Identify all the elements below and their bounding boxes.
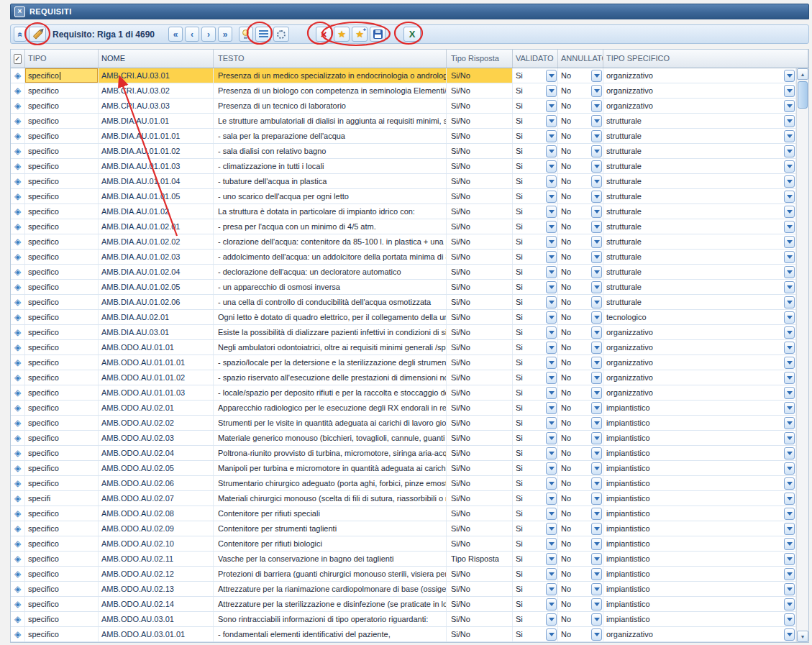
cell-tipo[interactable]: specifico <box>25 174 99 188</box>
row-select-cell[interactable]: ◈ <box>11 552 25 566</box>
cell-nome[interactable]: AMB.ODO.AU.02.12 <box>99 567 214 581</box>
cell-nome[interactable]: AMB.DIA.AU.01.02.01 <box>99 219 214 234</box>
validato-dropdown-button[interactable] <box>546 583 557 595</box>
table-row[interactable]: ◈ specifico AMB.DIA.AU.01.01.01 - sala p… <box>11 129 796 144</box>
row-arrow-icon[interactable]: ◈ <box>14 493 21 503</box>
annullato-dropdown-button[interactable] <box>591 598 602 610</box>
tipo-specifico-dropdown-button[interactable] <box>784 553 795 565</box>
tipo-specifico-dropdown-button[interactable] <box>784 447 795 459</box>
cell-testo[interactable]: - sala dialisi con relativo bagno <box>214 144 447 158</box>
validato-dropdown-button[interactable] <box>546 251 557 263</box>
validato-dropdown-button[interactable] <box>546 70 557 82</box>
row-arrow-icon[interactable]: ◈ <box>14 629 21 639</box>
validato-dropdown-button[interactable] <box>546 493 557 505</box>
table-row[interactable]: ◈ specifico AMB.DIA.AU.01.01.04 - tubatu… <box>11 174 796 189</box>
cell-nome[interactable]: AMB.ODO.AU.02.05 <box>99 461 214 475</box>
cell-tipo-specifico[interactable]: organizzativo <box>603 68 796 83</box>
cell-validato[interactable]: Si <box>513 521 558 536</box>
cell-tipo[interactable]: specifico <box>25 340 99 354</box>
cell-tipo-risposta[interactable]: Si/No <box>447 627 513 641</box>
cell-annullato[interactable]: No <box>558 536 603 551</box>
validato-dropdown-button[interactable] <box>546 402 557 414</box>
cell-tipo-risposta[interactable]: Si/No <box>447 536 513 551</box>
row-arrow-icon[interactable]: ◈ <box>14 584 21 594</box>
cell-annullato[interactable]: No <box>558 325 603 339</box>
cell-tipo-risposta[interactable]: Si/No <box>447 280 513 294</box>
validato-dropdown-button[interactable] <box>546 508 557 520</box>
row-select-cell[interactable]: ◈ <box>11 68 25 83</box>
validato-dropdown-button[interactable] <box>546 523 557 535</box>
cell-tipo[interactable]: specifico <box>25 431 99 445</box>
row-select-cell[interactable]: ◈ <box>11 355 25 370</box>
table-row[interactable]: ◈ specifico AMB.ODO.AU.02.03 Materiale g… <box>11 431 796 446</box>
cell-testo[interactable]: Contenitore per strumenti taglienti <box>214 521 447 536</box>
cell-testo[interactable]: - uno scarico dell'acqua per ogni letto <box>214 189 447 203</box>
validato-dropdown-button[interactable] <box>546 417 557 429</box>
cell-validato[interactable]: Si <box>513 310 558 324</box>
cell-validato[interactable]: Si <box>513 552 558 566</box>
cell-tipo-risposta[interactable]: Si/No <box>447 401 513 415</box>
table-row[interactable]: ◈ specifi AMB.ODO.AU.02.07 Materiali chi… <box>11 491 796 506</box>
row-select-cell[interactable]: ◈ <box>11 612 25 626</box>
cell-tipo-risposta[interactable]: Si/No <box>447 612 513 626</box>
cell-annullato[interactable]: No <box>558 234 603 249</box>
scrollbar-thumb[interactable] <box>798 81 808 109</box>
table-row[interactable]: ◈ specifico AMB.ODO.AU.02.08 Contenitore… <box>11 506 796 521</box>
table-row[interactable]: ◈ specifico AMB.ODO.AU.02.02 Strumenti p… <box>11 416 796 431</box>
annullato-dropdown-button[interactable] <box>591 191 602 203</box>
cell-tipo[interactable]: specifico <box>25 552 99 566</box>
validato-dropdown-button[interactable] <box>546 387 557 399</box>
cell-testo[interactable]: Apparecchio radiologico per le esecuzion… <box>214 401 447 415</box>
cell-validato[interactable]: Si <box>513 506 558 521</box>
row-arrow-icon[interactable]: ◈ <box>14 357 21 367</box>
cell-tipo-specifico[interactable]: strutturale <box>603 265 796 279</box>
next-page-button[interactable]: › <box>201 27 216 42</box>
row-select-cell[interactable]: ◈ <box>11 250 25 264</box>
cell-tipo[interactable]: specifico <box>25 189 99 203</box>
tipo-specifico-dropdown-button[interactable] <box>784 523 795 535</box>
save-button[interactable] <box>370 27 386 42</box>
tipo-specifico-dropdown-button[interactable] <box>784 115 795 127</box>
tipo-specifico-dropdown-button[interactable] <box>784 568 795 580</box>
cell-tipo-specifico[interactable]: impiantistico <box>603 597 796 611</box>
cell-nome[interactable]: AMB.DIA.AU.03.01 <box>99 325 214 339</box>
cell-nome[interactable]: AMB.ODO.AU.02.03 <box>99 431 214 445</box>
cell-annullato[interactable]: No <box>558 174 603 188</box>
cell-validato[interactable]: Si <box>513 536 558 551</box>
vertical-scrollbar[interactable]: ▲ ▼ <box>796 68 808 642</box>
tipo-specifico-dropdown-button[interactable] <box>784 130 795 142</box>
excel-export-button[interactable]: X <box>403 27 421 42</box>
cell-tipo-specifico[interactable]: organizzativo <box>603 83 796 98</box>
row-arrow-icon[interactable]: ◈ <box>14 554 21 564</box>
cell-tipo-specifico[interactable]: impiantistico <box>603 506 796 521</box>
table-row[interactable]: ◈ specifico AMB.ODO.AU.02.09 Contenitore… <box>11 521 796 536</box>
cell-testo[interactable]: Sono rintracciabili informazioni di tipo… <box>214 612 447 626</box>
table-row[interactable]: ◈ specifico AMB.DIA.AU.01.01.02 - sala d… <box>11 144 796 159</box>
cell-testo[interactable]: Materiali chirurgici monouso (scelta di … <box>214 491 447 506</box>
table-row[interactable]: ◈ specifico AMB.ODO.AU.02.14 Attrezzatur… <box>11 597 796 612</box>
row-select-cell[interactable]: ◈ <box>11 265 25 279</box>
cell-validato[interactable]: Si <box>513 431 558 445</box>
cell-annullato[interactable]: No <box>558 295 603 309</box>
cell-annullato[interactable]: No <box>558 431 603 445</box>
cell-testo[interactable]: Strumentario chirurgico adeguato (porta … <box>214 476 447 490</box>
validato-dropdown-button[interactable] <box>546 553 557 565</box>
tipo-specifico-dropdown-button[interactable] <box>784 387 795 399</box>
validato-dropdown-button[interactable] <box>546 236 557 248</box>
cell-nome[interactable]: AMB.DIA.AU.01.02.05 <box>99 280 214 294</box>
cell-tipo-risposta[interactable]: Si/No <box>447 461 513 475</box>
row-arrow-icon[interactable]: ◈ <box>14 101 21 111</box>
annullato-dropdown-button[interactable] <box>591 508 602 520</box>
cell-tipo[interactable]: specifico <box>25 370 99 385</box>
row-select-cell[interactable]: ◈ <box>11 506 25 521</box>
add-favorite-button[interactable]: ★+ <box>352 27 368 42</box>
cell-validato[interactable]: Si <box>513 159 558 173</box>
cell-tipo-risposta[interactable]: Si/No <box>447 129 513 143</box>
cell-nome[interactable]: AMB.ODO.AU.01.01.02 <box>99 370 214 385</box>
cell-annullato[interactable]: No <box>558 114 603 128</box>
row-select-cell[interactable]: ◈ <box>11 446 25 460</box>
cell-tipo-risposta[interactable]: Si/No <box>447 204 513 219</box>
row-select-cell[interactable]: ◈ <box>11 401 25 415</box>
annullato-dropdown-button[interactable] <box>591 206 602 218</box>
cell-tipo-risposta[interactable]: Si/No <box>447 114 513 128</box>
